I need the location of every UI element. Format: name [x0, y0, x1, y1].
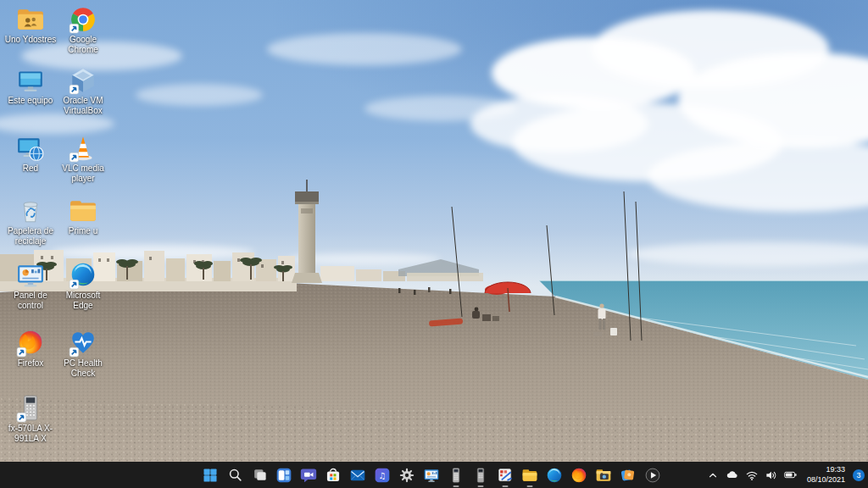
desktop-icon-uno-ydostres[interactable]: Uno Ydostres	[4, 5, 57, 45]
desktop-icon-este-equipo[interactable]: Este equipo	[4, 66, 57, 106]
control-panel-icon	[16, 261, 45, 290]
virtualbox-icon	[69, 66, 97, 95]
desktop-icon-label: Papelera de reciclaje	[4, 226, 57, 246]
desktop-icon-label: Este equipo	[8, 96, 53, 106]
desktop-icon-firefox[interactable]: Firefox	[4, 329, 57, 369]
firefox-icon	[16, 329, 45, 358]
desktop: Uno Ydostres Google Chrome	[0, 0, 868, 488]
edge-icon	[69, 261, 97, 290]
desktop-icon-label: Firefox	[18, 358, 44, 369]
shared-folder-icon	[16, 5, 45, 34]
taskbar: ♫	[0, 462, 868, 488]
notification-badge[interactable]: 3	[853, 469, 865, 481]
desktop-icon-recycle-bin[interactable]: Papelera de reciclaje	[4, 197, 57, 246]
firefox-button[interactable]	[569, 465, 589, 485]
pc-health-check-icon	[69, 329, 97, 358]
classwiz-emulator-button[interactable]	[495, 465, 515, 485]
chat-button[interactable]	[298, 465, 319, 485]
this-pc-icon	[16, 66, 45, 95]
volume-icon	[765, 469, 778, 482]
desktop-icon-label: PC Health Check	[57, 358, 109, 378]
running-indicator	[453, 485, 459, 487]
settings-button[interactable]	[397, 465, 417, 485]
search-button[interactable]	[225, 465, 245, 485]
clock-date: 08/10/2021	[807, 475, 845, 485]
desktop-icon-label: VLC media player	[57, 164, 109, 183]
desktop-icon-label: Panel de control	[4, 291, 57, 310]
wifi-icon	[745, 469, 759, 482]
folder-icon	[69, 197, 97, 225]
groove-music-button[interactable]: ♫	[372, 465, 392, 485]
file-explorer-button[interactable]	[520, 465, 540, 485]
task-view-icon	[252, 467, 268, 483]
desktop-icon-label: fx-570LA X-991LA X	[4, 424, 57, 443]
battery-icon	[783, 468, 798, 482]
clock-time: 19:33	[807, 465, 845, 474]
tray-onedrive-button[interactable]	[725, 468, 740, 483]
calculator-emulator-icon	[448, 467, 465, 484]
tray-chevron-up-button[interactable]	[705, 468, 721, 483]
recycle-bin-icon	[16, 197, 45, 225]
desktop-icon-casio-emulator[interactable]: fx-570LA X-991LA X	[4, 394, 57, 443]
control-panel-icon	[423, 467, 440, 484]
widgets-icon	[275, 467, 292, 484]
desktop-icon-virtualbox[interactable]: Oracle VM VirtualBox	[57, 66, 109, 115]
widgets-button[interactable]	[274, 465, 294, 485]
tray-volume-button[interactable]	[764, 468, 779, 483]
desktop-icon-label: Prime u	[69, 226, 97, 236]
media-player-play-icon	[644, 467, 661, 484]
groove-music-icon: ♫	[374, 467, 391, 484]
tray-wifi-button[interactable]	[744, 468, 760, 483]
running-indicator	[527, 485, 533, 487]
desktop-icon-network[interactable]: Red	[4, 134, 57, 174]
file-explorer-icon	[521, 467, 538, 484]
chat-camera-icon	[300, 467, 317, 484]
calculator-emulator-icon	[472, 467, 489, 484]
photos-folder-button[interactable]	[593, 465, 614, 485]
svg-text:♫: ♫	[379, 470, 387, 480]
desktop-icon-label: Uno Ydostres	[5, 35, 56, 45]
taskbar-center-icons: ♫	[200, 462, 663, 488]
running-indicator	[478, 485, 484, 487]
settings-gear-icon	[398, 467, 415, 484]
microsoft-store-button[interactable]	[323, 465, 343, 485]
onedrive-cloud-icon	[725, 468, 739, 482]
chrome-icon	[69, 5, 97, 34]
network-icon	[16, 134, 45, 163]
calculator-emulator-2-button[interactable]	[470, 465, 491, 485]
desktop-icon-label: Red	[23, 164, 38, 174]
running-indicator	[503, 485, 509, 487]
desktop-icon-pc-health-check[interactable]: PC Health Check	[57, 329, 109, 378]
edge-button[interactable]	[544, 465, 565, 485]
system-tray: 19:33 08/10/2021 3	[705, 462, 865, 488]
chevron-up-icon	[707, 469, 719, 481]
desktop-icon-google-chrome[interactable]: Google Chrome	[57, 5, 109, 54]
classwiz-emulator-icon	[497, 467, 514, 484]
firefox-icon	[570, 467, 587, 484]
vlc-icon	[69, 134, 97, 163]
clock[interactable]: 19:33 08/10/2021	[807, 465, 845, 485]
mail-icon	[349, 467, 366, 484]
search-icon	[227, 467, 243, 483]
desktop-icon-microsoft-edge[interactable]: Microsoft Edge	[57, 261, 109, 310]
calculator-emulator-1-button[interactable]	[446, 465, 466, 485]
photos-app-icon	[620, 467, 637, 484]
task-view-button[interactable]	[249, 465, 270, 485]
control-panel-button[interactable]	[421, 465, 442, 485]
desktop-icon-label: Oracle VM VirtualBox	[57, 96, 109, 115]
desktop-icon-vlc[interactable]: VLC media player	[57, 134, 109, 183]
tray-battery-button[interactable]	[783, 468, 798, 483]
start-button[interactable]	[200, 465, 220, 485]
media-player-button[interactable]	[643, 465, 663, 485]
windows-start-icon	[202, 467, 219, 484]
photos-folder-camera-icon	[595, 467, 612, 484]
calculator-icon	[16, 394, 45, 423]
microsoft-store-icon	[325, 467, 342, 484]
desktop-icon-panel-de-control[interactable]: Panel de control	[4, 261, 57, 310]
edge-icon	[546, 467, 563, 484]
desktop-icon-prime-folder[interactable]: Prime u	[57, 197, 109, 236]
desktop-icon-label: Google Chrome	[57, 35, 109, 54]
wallpaper-beach-scene	[0, 0, 868, 462]
photos-button[interactable]	[618, 465, 638, 485]
mail-button[interactable]	[348, 465, 368, 485]
